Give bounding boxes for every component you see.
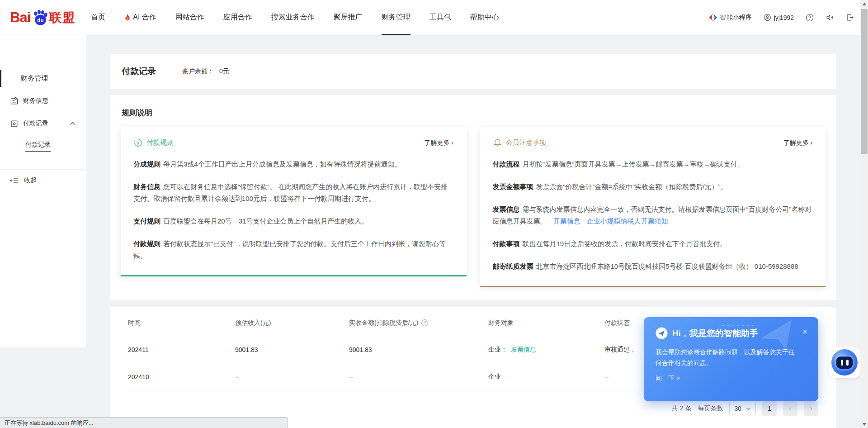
miniprogram-entry[interactable]: 智能小程序 bbox=[709, 13, 752, 22]
logo-bai-text: Bai bbox=[10, 10, 30, 26]
rule-link[interactable]: 开票信息 bbox=[553, 217, 580, 225]
rule-item-label: 付款流程 bbox=[493, 160, 520, 168]
ask-now-link[interactable]: 问一下 > bbox=[656, 375, 807, 383]
assistant-header: Hi，我是您的智能助手 × bbox=[656, 327, 807, 339]
rule-item: 财务信息您可以在财务信息中选择“保留付款”。 在此期间您产生的收入将在账户内进行… bbox=[133, 181, 454, 204]
sidebar-section-finance-management[interactable]: 财务管理 bbox=[0, 67, 86, 90]
sidebar-item-finance-info[interactable]: 财务信息 bbox=[0, 90, 86, 112]
rule-card-title: 会员注意事项 bbox=[506, 138, 547, 147]
rule-item: 发票金额事项发票票面“价税合计”金额=系统中“实收金额（扣除税费后/元）”。 bbox=[493, 181, 813, 193]
assistant-title: Hi，我是您的智能助手 bbox=[672, 328, 758, 339]
time-cell: 202411 bbox=[128, 346, 235, 353]
nav-item-4[interactable]: 应用合作 bbox=[223, 0, 252, 35]
nav-item-5[interactable]: 搜索业务合作 bbox=[271, 0, 315, 35]
finance-target-text: 企业 bbox=[488, 373, 501, 381]
sidebar-item-label: 财务信息 bbox=[23, 97, 48, 105]
rule-card-body: 付款流程月初按“发票信息”页面开具发票→上传发票→邮寄发票→审核→确认支付。发票… bbox=[493, 158, 813, 272]
user-account[interactable]: jyj1992 bbox=[764, 14, 794, 21]
page-number-1[interactable]: 1 bbox=[762, 401, 777, 416]
rule-item: 付款事项联盟在每月19日之后签收的发票，付款时间安排在下个月首批支付。 bbox=[493, 238, 813, 250]
user-icon bbox=[764, 14, 771, 21]
sidebar-collapse-button[interactable]: 收起 bbox=[0, 170, 86, 191]
balance-value: 0元 bbox=[219, 67, 229, 75]
select-caret-icon bbox=[746, 407, 751, 410]
nav-item-7[interactable]: 财务管理 bbox=[382, 0, 410, 35]
assistant-avatar[interactable] bbox=[829, 347, 860, 378]
status-text: 正在等待 xlab.baidu.com 的响应... bbox=[5, 419, 94, 427]
payment-rules-card: 付款规则 了解更多› 分成规则每月第3或4个工作日产出上月分成信息及发票信息，如… bbox=[121, 127, 467, 276]
rule-item-label: 发票金额事项 bbox=[493, 183, 533, 190]
sidebar-subitem-payment-record[interactable]: 付款记录 bbox=[0, 135, 86, 157]
assistant-popup: Hi，我是您的智能助手 × 我会帮助您诊断合作链路问题，以及解答您关于任何合作相… bbox=[644, 317, 818, 401]
flame-icon bbox=[124, 14, 131, 22]
rule-card-title: 付款规则 bbox=[146, 138, 174, 147]
nav-item-3[interactable]: 网站合作 bbox=[175, 0, 204, 35]
sidebar-subitem-label: 付款记录 bbox=[25, 141, 51, 152]
next-page-button[interactable]: › bbox=[804, 401, 818, 416]
nav-item-label: 首页 bbox=[91, 13, 105, 22]
balance-label: 账户余额： bbox=[182, 67, 214, 75]
rule-item-label: 支付规则 bbox=[133, 217, 160, 225]
member-notes-bell-icon bbox=[493, 138, 502, 147]
nav-item-1[interactable]: 首页 bbox=[91, 0, 105, 35]
nav-item-9[interactable]: 帮助中心 bbox=[470, 0, 499, 35]
sidebar-section-label: 财务管理 bbox=[21, 74, 48, 83]
collapse-icon bbox=[10, 177, 19, 184]
nav-item-label: 帮助中心 bbox=[470, 13, 499, 22]
nav-item-2[interactable]: AI 合作 bbox=[124, 0, 156, 35]
rule-item: 邮寄纸质发票北京市海淀区西北旺东路10号院百度科技园5号楼 百度联盟财务组（收）… bbox=[493, 261, 813, 272]
rule-item: 发票信息需与系统内发票信息内容完全一致，否则无法支付。请根据发票信息页面中“百度… bbox=[493, 204, 813, 227]
rule-item-label: 邮寄纸质发票 bbox=[493, 262, 533, 270]
finance-info-icon bbox=[10, 97, 19, 105]
per-page-select[interactable]: 30 bbox=[729, 402, 756, 415]
nav-item-6[interactable]: 聚屏推广 bbox=[334, 0, 363, 35]
help-circle-icon[interactable] bbox=[806, 14, 814, 22]
actual-cell: -- bbox=[349, 373, 488, 380]
nav-item-label: 聚屏推广 bbox=[334, 13, 363, 22]
chevron-right-icon: › bbox=[451, 139, 454, 147]
rule-link[interactable]: 企业小规模纳税人开票须知 bbox=[587, 217, 668, 225]
estimated-cell: -- bbox=[235, 373, 349, 380]
vertical-scrollbar[interactable] bbox=[860, 0, 868, 428]
column-help-icon[interactable]: ? bbox=[421, 319, 428, 326]
prev-page-button[interactable]: ‹ bbox=[783, 401, 797, 416]
topbar-right: 智能小程序 jyj1992 bbox=[709, 13, 854, 22]
payment-rule-icon bbox=[133, 138, 143, 147]
page-title: 付款记录 bbox=[122, 66, 156, 77]
invoice-info-link[interactable]: 发票信息 bbox=[511, 346, 536, 354]
close-icon[interactable]: × bbox=[802, 327, 807, 336]
chevron-up-icon[interactable] bbox=[70, 121, 76, 126]
browser-status-toast: 正在等待 xlab.baidu.com 的响应... bbox=[0, 417, 288, 428]
baidu-paw-icon: du bbox=[31, 10, 48, 26]
topbar: Bai du 联盟 首页AI 合作网站合作应用合作搜索业务合作聚屏推广财务管理工… bbox=[0, 0, 868, 35]
sidebar-item-payment-record[interactable]: 付款记录 bbox=[0, 112, 86, 135]
time-cell: 202410 bbox=[128, 373, 235, 380]
collapse-label: 收起 bbox=[24, 176, 37, 185]
learn-more-link[interactable]: 了解更多› bbox=[425, 139, 454, 147]
baidu-union-logo[interactable]: Bai du 联盟 bbox=[10, 10, 75, 26]
triangle-up-icon bbox=[863, 3, 866, 5]
nav-item-label: 搜索业务合作 bbox=[271, 13, 315, 22]
sound-icon[interactable] bbox=[826, 13, 834, 22]
learn-more-link[interactable]: 了解更多› bbox=[783, 139, 813, 147]
finance-target-cell: 企业 bbox=[488, 373, 604, 381]
col-actual-amount: 实收金额(扣除税费后/元) ? bbox=[349, 319, 488, 327]
finance-target-text: 企业： bbox=[488, 346, 507, 354]
rule-item: 付款规则若付款状态显示“已支付”，说明联盟已安排了您的付款。支付后三个工作日内到… bbox=[133, 238, 454, 262]
logout-icon[interactable] bbox=[846, 13, 854, 22]
scroll-up-button[interactable] bbox=[860, 0, 868, 8]
nav-item-label: AI 合作 bbox=[133, 13, 156, 22]
rule-item: 付款流程月初按“发票信息”页面开具发票→上传发票→邮寄发票→审核→确认支付。 bbox=[493, 158, 813, 170]
main-nav: 首页AI 合作网站合作应用合作搜索业务合作聚屏推广财务管理工具包帮助中心 bbox=[91, 0, 499, 35]
actual-cell: 9001.83 bbox=[349, 346, 488, 353]
nav-item-8[interactable]: 工具包 bbox=[429, 0, 451, 35]
rules-title: 规则说明 bbox=[122, 108, 826, 118]
scroll-down-button[interactable] bbox=[860, 420, 868, 428]
logo-union-text: 联盟 bbox=[49, 10, 75, 26]
scrollbar-thumb[interactable] bbox=[861, 9, 868, 154]
nav-item-label: 财务管理 bbox=[382, 13, 410, 22]
rule-card-header: 会员注意事项 了解更多› bbox=[493, 138, 813, 147]
payment-record-icon bbox=[10, 119, 19, 128]
robot-face-icon bbox=[836, 357, 853, 369]
page-header-card: 付款记录 账户余额： 0元 bbox=[110, 54, 836, 89]
